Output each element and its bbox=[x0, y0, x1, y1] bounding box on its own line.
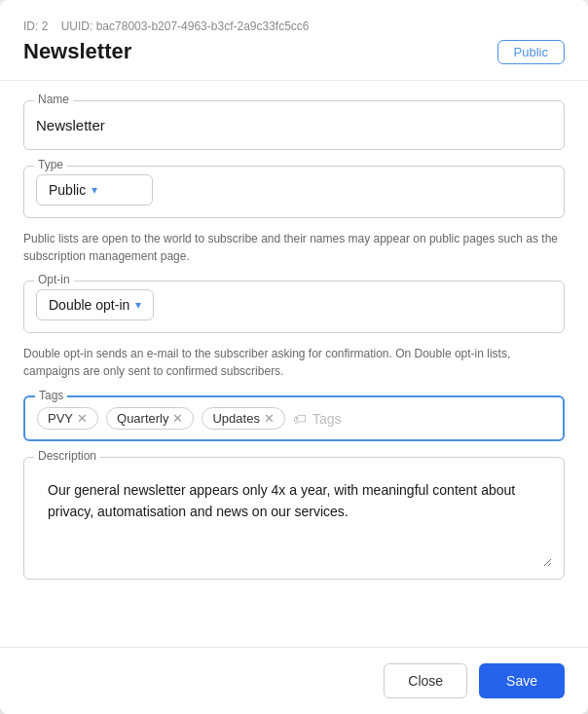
tag-chip-pvy: PVY ✕ bbox=[37, 407, 98, 430]
tag-chip-updates-label: Updates bbox=[212, 411, 259, 426]
modal: ID: 2 UUID: bac78003-b207-4963-b3cf-2a9c… bbox=[0, 0, 588, 714]
tag-chip-quarterly-label: Quarterly bbox=[117, 411, 168, 426]
tag-pvy-remove-icon[interactable]: ✕ bbox=[77, 412, 88, 425]
description-textarea[interactable] bbox=[36, 470, 552, 567]
modal-header: ID: 2 UUID: bac78003-b207-4963-b3cf-2a9c… bbox=[0, 0, 588, 81]
type-label: Type bbox=[34, 158, 67, 171]
tag-chip-quarterly: Quarterly ✕ bbox=[106, 407, 194, 430]
close-button[interactable]: Close bbox=[384, 663, 467, 698]
tags-label: Tags bbox=[35, 389, 67, 402]
tag-chip-updates: Updates ✕ bbox=[202, 407, 284, 430]
tags-fieldset[interactable]: Tags PVY ✕ Quarterly ✕ Updates ✕ 🏷 Tags bbox=[23, 395, 565, 441]
optin-label: Opt-in bbox=[34, 273, 74, 286]
record-uuid: UUID: bac78003-b207-4963-b3cf-2a9c33fc5c… bbox=[61, 19, 310, 33]
type-fieldset: Type Public ▾ bbox=[23, 166, 565, 218]
name-input[interactable] bbox=[36, 113, 552, 137]
tag-icon: 🏷 bbox=[293, 411, 307, 427]
description-field-group: Description bbox=[23, 457, 565, 580]
description-label: Description bbox=[34, 449, 100, 463]
record-id: ID: 2 bbox=[23, 19, 48, 33]
tag-chip-pvy-label: PVY bbox=[48, 411, 73, 426]
type-field-group: Type Public ▾ Public lists are open to t… bbox=[23, 166, 565, 265]
optin-select[interactable]: Double opt-in ▾ bbox=[36, 289, 154, 320]
optin-selected-value: Double opt-in bbox=[49, 297, 129, 313]
tag-quarterly-remove-icon[interactable]: ✕ bbox=[172, 412, 183, 425]
public-badge-button[interactable]: Public bbox=[497, 40, 565, 64]
name-field-group: Name bbox=[23, 100, 565, 150]
optin-help-text: Double opt-in sends an e-mail to the sub… bbox=[23, 345, 565, 380]
tag-input-placeholder: Tags bbox=[312, 411, 342, 427]
type-select[interactable]: Public ▾ bbox=[36, 174, 153, 206]
type-selected-value: Public bbox=[49, 182, 86, 198]
optin-field-group: Opt-in Double opt-in ▾ Double opt-in sen… bbox=[23, 281, 565, 380]
modal-meta: ID: 2 UUID: bac78003-b207-4963-b3cf-2a9c… bbox=[23, 19, 565, 33]
page-title: Newsletter bbox=[23, 39, 131, 64]
save-button[interactable]: Save bbox=[479, 663, 565, 698]
chevron-down-icon-optin: ▾ bbox=[135, 298, 141, 312]
name-label: Name bbox=[34, 93, 73, 106]
type-help-text: Public lists are open to the world to su… bbox=[23, 230, 565, 265]
modal-footer: Close Save bbox=[0, 647, 588, 714]
optin-fieldset: Opt-in Double opt-in ▾ bbox=[23, 281, 565, 333]
tags-container: PVY ✕ Quarterly ✕ Updates ✕ 🏷 Tags bbox=[37, 407, 551, 430]
modal-body: Name Type Public ▾ Public lists are open… bbox=[0, 81, 588, 647]
tag-input-area[interactable]: 🏷 Tags bbox=[293, 411, 342, 427]
tag-updates-remove-icon[interactable]: ✕ bbox=[264, 412, 275, 425]
chevron-down-icon: ▾ bbox=[92, 183, 97, 197]
